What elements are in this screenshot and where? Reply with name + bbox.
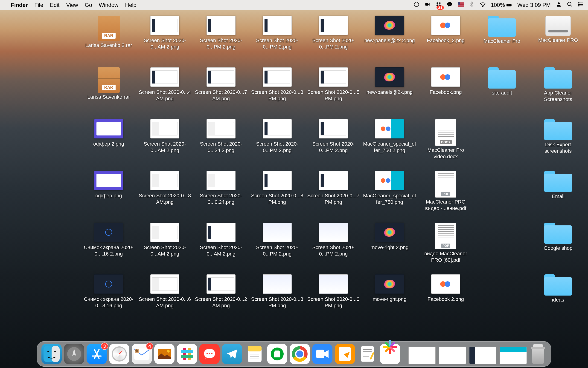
battery-status[interactable]: 100% bbox=[491, 2, 512, 8]
desktop-item[interactable]: DOCXMacCleaner Pro video.docx bbox=[418, 117, 474, 169]
flag-icon[interactable] bbox=[458, 1, 464, 9]
control-center-icon[interactable] bbox=[578, 1, 584, 9]
desktop-item[interactable]: Screen Shot 2020-0...PM 2.png bbox=[249, 221, 305, 273]
image-thumbnail-icon bbox=[150, 171, 179, 190]
dock-telegram[interactable] bbox=[222, 344, 242, 364]
dock-trash[interactable] bbox=[530, 344, 547, 364]
desktop-item[interactable]: Screen Shot 2020-0...8 PM.png bbox=[249, 169, 305, 221]
battery-percent: 100% bbox=[491, 2, 505, 8]
desktop-item[interactable]: Screen Shot 2020-0...6 AM.png bbox=[137, 273, 193, 324]
desktop-item[interactable]: move-right 2.png bbox=[361, 221, 418, 273]
desktop-item[interactable]: PDFMacCleaner PRO видео -...ение.pdf bbox=[418, 169, 474, 221]
dock-photo-app[interactable] bbox=[380, 344, 400, 364]
desktop-item[interactable]: Screen Shot 2020-0...PM 2.png bbox=[305, 117, 361, 169]
svg-rect-30 bbox=[391, 176, 400, 185]
svg-point-16 bbox=[558, 2, 560, 4]
desktop-item-label: move-right 2.png bbox=[370, 244, 408, 251]
image-thumbnail-icon bbox=[263, 67, 292, 87]
desktop-item[interactable]: MacCleaner_special_offer_750.png bbox=[361, 169, 418, 221]
dock-photos[interactable] bbox=[154, 344, 174, 364]
desktop-item[interactable]: Screen Shot 2020-0...3 PM.png bbox=[249, 273, 305, 324]
dock-minimized-window[interactable] bbox=[408, 347, 436, 364]
chat-icon[interactable] bbox=[447, 1, 453, 9]
desktop-item[interactable]: Screen Shot 2020-0...0.24.png bbox=[193, 169, 249, 221]
menu-edit[interactable]: Edit bbox=[50, 2, 59, 8]
dock-safari[interactable] bbox=[109, 344, 129, 364]
desktop-item[interactable]: Screen Shot 2020-0...3 PM.png bbox=[249, 65, 305, 117]
dock-messenger[interactable] bbox=[199, 344, 220, 364]
dock-mail[interactable]: 4 bbox=[132, 344, 152, 364]
desktop-item[interactable]: Screen Shot 2020-0...PM 2.png bbox=[305, 221, 361, 273]
circle-icon[interactable] bbox=[414, 1, 419, 9]
menu-go[interactable]: Go bbox=[85, 2, 92, 8]
desktop-item[interactable]: App Cleaner Screenshots bbox=[530, 65, 586, 117]
desktop-item[interactable]: Screen Shot 2020-0...7 PM.png bbox=[305, 169, 361, 221]
folder-icon bbox=[544, 223, 572, 244]
desktop-item[interactable]: new-panels@2x 2.png bbox=[361, 14, 418, 65]
desktop-item[interactable]: Screen Shot 2020-0...AM 2.png bbox=[137, 14, 193, 65]
menu-file[interactable]: File bbox=[34, 2, 43, 8]
user-icon[interactable] bbox=[556, 1, 562, 9]
desktop-item[interactable]: Screen Shot 2020-0...AM 2.png bbox=[137, 221, 193, 273]
desktop-item[interactable]: MacCleaner_special_offer_750 2.png bbox=[361, 117, 418, 169]
dock-minimized-window[interactable] bbox=[439, 347, 466, 364]
desktop-item[interactable]: MacCleaner PRO bbox=[530, 14, 586, 65]
menu-window[interactable]: Window bbox=[99, 2, 118, 8]
desktop-item[interactable]: Disk Expert screenshots bbox=[530, 117, 586, 169]
desktop-item[interactable]: Screen Shot 2020-0...PM 2.png bbox=[249, 117, 305, 169]
desktop-item[interactable]: site audit bbox=[474, 65, 530, 117]
desktop-item[interactable]: Снимок экрана 2020-0...8.16.png bbox=[81, 273, 137, 324]
menu-view[interactable]: View bbox=[66, 2, 78, 8]
desktop-item[interactable]: Screen Shot 2020-0...PM 2.png bbox=[193, 14, 249, 65]
desktop-item[interactable]: MacCleaner Pro bbox=[474, 14, 530, 65]
clock[interactable]: Wed 3:09 PM bbox=[517, 2, 551, 8]
app-name[interactable]: Finder bbox=[11, 2, 28, 8]
desktop-item[interactable]: Screen Shot 2020-0...0 PM.png bbox=[305, 273, 361, 324]
desktop-item[interactable]: Facebook 2.png bbox=[418, 273, 474, 324]
desktop-item[interactable]: Google shop bbox=[530, 221, 586, 273]
desktop-item[interactable]: Снимок экрана 2020-0....16 2.png bbox=[81, 221, 137, 273]
desktop-item[interactable]: Facebook.png bbox=[418, 65, 474, 117]
svg-point-42 bbox=[135, 349, 138, 352]
menu-help[interactable]: Help bbox=[125, 2, 136, 8]
dock-app-store[interactable]: 3 bbox=[86, 344, 107, 364]
desktop-item[interactable]: Screen Shot 2020-0...PM 2.png bbox=[249, 14, 305, 65]
dock-textedit[interactable] bbox=[357, 344, 378, 364]
desktop-item[interactable]: Screen Shot 2020-0...2 AM.png bbox=[193, 273, 249, 324]
dock-minimized-window[interactable] bbox=[469, 347, 496, 364]
desktop-item[interactable]: PDFвидео MacCleaner PRO [60].pdf bbox=[418, 221, 474, 273]
dropbox-icon[interactable]: .81 bbox=[436, 1, 442, 9]
desktop-item[interactable]: Screen Shot 2020-0...4 AM.png bbox=[137, 65, 193, 117]
desktop-item[interactable]: RARLarisa Savenko 2.rar bbox=[81, 14, 137, 65]
desktop-item[interactable]: Screen Shot 2020-0...8 AM.png bbox=[137, 169, 193, 221]
desktop-item[interactable]: new-panels@2x.png bbox=[361, 65, 418, 117]
desktop-item[interactable]: ideas bbox=[530, 273, 586, 324]
desktop-item[interactable]: RARLarisa Savenko.rar bbox=[81, 65, 137, 117]
dock-slack[interactable] bbox=[177, 344, 197, 364]
desktop-item[interactable]: Email bbox=[530, 169, 586, 221]
dock-finder[interactable] bbox=[41, 344, 62, 364]
desktop-item[interactable]: Screen Shot 2020-0...24 2.png bbox=[193, 117, 249, 169]
desktop-item[interactable]: Screen Shot 2020-0...AM 2.png bbox=[137, 117, 193, 169]
desktop-item[interactable]: оффер.png bbox=[81, 169, 137, 221]
dock-notes[interactable] bbox=[245, 344, 265, 364]
bluetooth-icon[interactable] bbox=[469, 1, 475, 9]
desktop-item[interactable]: move-right.png bbox=[361, 273, 418, 324]
image-thumbnail-icon bbox=[207, 223, 236, 242]
dock-pages[interactable] bbox=[335, 344, 355, 364]
dock-launchpad[interactable] bbox=[64, 344, 84, 364]
desktop-item[interactable]: Screen Shot 2020-0...5 PM.png bbox=[305, 65, 361, 117]
desktop-item[interactable]: Screen Shot 2020-0...PM 2.png bbox=[305, 14, 361, 65]
desktop[interactable]: RARLarisa Savenko 2.rarScreen Shot 2020-… bbox=[0, 11, 588, 340]
dock-zoom[interactable] bbox=[312, 344, 332, 364]
dock-evernote[interactable] bbox=[267, 344, 287, 364]
desktop-item[interactable]: Screen Shot 2020-0...7 AM.png bbox=[193, 65, 249, 117]
video-icon[interactable] bbox=[425, 1, 430, 9]
desktop-item[interactable]: Facebook_2.png bbox=[418, 14, 474, 65]
spotlight-icon[interactable] bbox=[567, 1, 573, 9]
dock-chrome[interactable] bbox=[290, 344, 310, 364]
dock-minimized-window[interactable] bbox=[500, 347, 527, 364]
desktop-item[interactable]: оффер 2.png bbox=[81, 117, 137, 169]
desktop-item[interactable]: Screen Shot 2020-0...AM 2.png bbox=[193, 221, 249, 273]
wifi-icon[interactable] bbox=[480, 1, 486, 9]
